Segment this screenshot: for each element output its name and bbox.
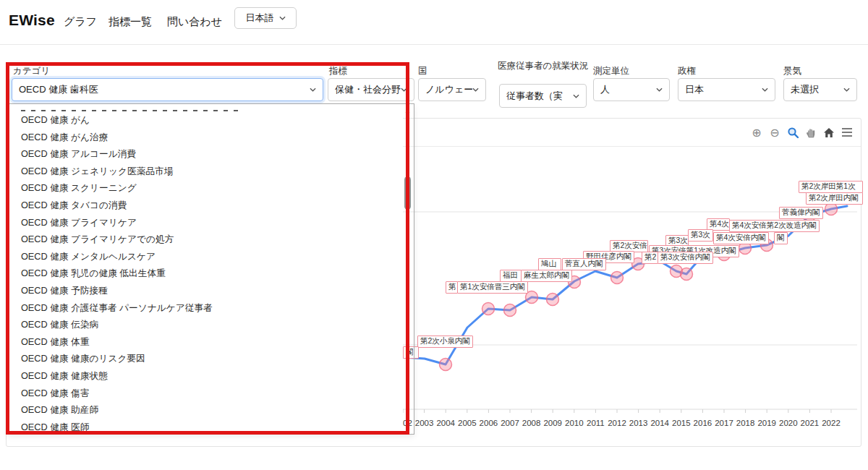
- dropdown-option[interactable]: OECD 健康 助産師: [8, 402, 403, 419]
- cabinet-annotation: 第4次安倍内閣: [713, 232, 769, 244]
- government-select[interactable]: 日本: [678, 78, 775, 101]
- filter-label-employment: 医療従事者の就業状況: [498, 61, 592, 72]
- cabinet-annotation: 鳩山: [538, 258, 561, 270]
- employment-value: 従事者数（実: [506, 90, 573, 103]
- dropdown-option[interactable]: OECD 健康 スクリーニング: [8, 180, 403, 197]
- language-select[interactable]: 日本語: [234, 7, 297, 29]
- dropdown-option[interactable]: OECD 健康 傷害: [8, 385, 403, 403]
- cabinet-annotation: 第1次安倍晋三内閣: [457, 281, 528, 294]
- economy-value: 未選択: [791, 83, 843, 96]
- scroll-down-icon[interactable]: ▼: [401, 422, 414, 433]
- x-axis-tick-label: 2011: [587, 419, 605, 427]
- dropdown-option[interactable]: OECD 健康 ジェネリック医薬品市場: [8, 163, 403, 181]
- nav-item-contact[interactable]: 問い合わせ: [167, 15, 222, 29]
- dropdown-option[interactable]: OECD 健康 健康状態: [8, 368, 403, 385]
- x-axis-tick-label: 2019: [757, 419, 776, 427]
- x-axis-tick-label: 2010: [565, 419, 584, 427]
- cabinet-annotation: 第2次岸田内閣: [806, 192, 863, 205]
- chevron-down-icon: [656, 87, 663, 92]
- dropdown-option[interactable]: OECD 健康 健康のリスク要因: [8, 351, 403, 368]
- dropdown-option[interactable]: OECD 健康 医師: [8, 419, 403, 434]
- cabinet-annotation: 第: [446, 281, 458, 294]
- x-axis-tick-label: 2018: [736, 419, 755, 427]
- x-axis-tick-label: 2008: [522, 419, 541, 427]
- indicator-value: 保健・社会分野: [335, 83, 401, 96]
- filter-label-category: カテゴリ: [13, 65, 50, 77]
- x-axis-tick-label: 2017: [715, 419, 733, 427]
- dropdown-option[interactable]: OECD 健康 伝染病: [8, 317, 403, 334]
- government-value: 日本: [685, 83, 762, 96]
- dropdown-option[interactable]: OECD 健康 がん: [8, 112, 403, 129]
- nav-item-graph[interactable]: グラフ: [64, 15, 97, 29]
- filter-label-country: 国: [418, 65, 427, 77]
- dropdown-option[interactable]: OECD 健康 体重: [8, 334, 403, 351]
- pan-hand-icon[interactable]: [804, 126, 817, 139]
- header: EWise グラフ 指標一覧 問い合わせ 日本語: [0, 0, 868, 45]
- menu-icon[interactable]: [841, 126, 854, 139]
- unit-select[interactable]: 人: [593, 78, 670, 101]
- cabinet-annotation: 第2次岸田第1次: [799, 181, 863, 193]
- cabinet-annotation: 菅義偉内閣: [779, 207, 823, 219]
- scrollbar-thumb[interactable]: [404, 176, 411, 210]
- x-axis-tick-label: 2014: [650, 419, 669, 427]
- x-axis-tick-label: 2007: [501, 419, 519, 427]
- dropdown-option[interactable]: OECD 健康 乳児の健康 低出生体重: [8, 265, 403, 283]
- x-axis-tick-label: 2009: [543, 419, 562, 427]
- zoom-in-icon[interactable]: ⊕: [750, 126, 763, 139]
- zoom-select-icon[interactable]: [786, 126, 799, 139]
- chevron-down-icon: [472, 87, 479, 92]
- chevron-down-icon: [279, 16, 286, 20]
- country-select[interactable]: ノルウェー: [418, 78, 486, 101]
- filter-label-unit: 測定単位: [593, 65, 629, 77]
- dropdown-option[interactable]: OECD 健康 プライマリケア: [8, 215, 403, 232]
- scroll-up-icon[interactable]: ▲: [401, 105, 414, 116]
- cabinet-annotation: 第3次安倍内閣: [658, 252, 713, 264]
- filter-label-government: 政権: [678, 65, 696, 77]
- dropdown-option[interactable]: OECD 健康 予防接種: [8, 283, 403, 300]
- employment-select[interactable]: 従事者数（実: [499, 84, 587, 108]
- zoom-out-icon[interactable]: ⊖: [768, 126, 781, 139]
- cabinet-annotation: 第2: [642, 252, 658, 264]
- cabinet-annotation: 第2次小泉内閣: [417, 336, 473, 348]
- x-axis-tick-label: 2015: [672, 419, 691, 427]
- cabinet-annotation: 第4次安倍第2次改造内閣: [729, 220, 820, 232]
- chevron-down-icon: [401, 87, 407, 92]
- cabinet-annotation: 福田: [500, 270, 522, 282]
- category-dropdown-list: OECD 健康 がんOECD 健康 がん治療OECD 健康 アルコール消費OEC…: [8, 104, 403, 434]
- x-axis-tick-label: 2004: [436, 419, 455, 427]
- dropdown-scrollbar[interactable]: ▲ ▼: [401, 104, 414, 434]
- category-select[interactable]: OECD 健康 歯科医: [12, 78, 323, 101]
- economy-select[interactable]: 未選択: [783, 78, 857, 101]
- dropdown-option[interactable]: OECD 健康 がん治療: [8, 129, 403, 147]
- x-axis-tick-label: 2003: [415, 419, 434, 427]
- indicator-select[interactable]: 保健・社会分野: [328, 78, 414, 101]
- home-icon[interactable]: [822, 126, 835, 139]
- dropdown-option[interactable]: OECD 健康 介護従事者 パーソナルケア従事者: [8, 300, 403, 317]
- cabinet-annotation: 菅直人内閣: [562, 258, 606, 270]
- dropdown-option[interactable]: OECD 健康 メンタルヘルスケア: [8, 249, 403, 266]
- unit-value: 人: [600, 83, 656, 96]
- language-value: 日本語: [246, 12, 274, 25]
- category-dropdown: OECD 健康 がんOECD 健康 がん治療OECD 健康 アルコール消費OEC…: [7, 103, 414, 435]
- filter-label-indicator: 指標: [329, 65, 347, 77]
- filter-label-economy: 景気: [783, 65, 801, 77]
- chevron-down-icon: [843, 87, 850, 92]
- cabinet-annotation: 第3次: [688, 229, 713, 242]
- x-axis-tick-label: 2013: [629, 419, 648, 427]
- x-axis-tick-label: 2012: [608, 419, 626, 427]
- dropdown-option[interactable]: OECD 健康 アルコール消費: [8, 146, 403, 163]
- dropdown-option[interactable]: OECD 健康 タバコの消費: [8, 197, 403, 215]
- x-axis-tick-label: 2021: [801, 419, 820, 427]
- cabinet-annotation: 閣: [774, 232, 788, 244]
- chevron-down-icon: [573, 94, 579, 98]
- country-value: ノルウェー: [425, 83, 472, 96]
- dropdown-option[interactable]: OECD 健康 プライマリケアでの処方: [8, 231, 403, 249]
- cabinet-annotation: 麻生太郎内閣: [521, 270, 572, 282]
- category-value: OECD 健康 歯科医: [19, 83, 310, 96]
- x-axis-tick-label: 2020: [779, 419, 798, 427]
- app-logo[interactable]: EWise: [9, 12, 55, 29]
- x-axis-tick-label: 2016: [694, 419, 712, 427]
- x-axis-tick-label: 2006: [480, 419, 498, 427]
- nav-item-indicators[interactable]: 指標一覧: [109, 15, 152, 29]
- dropdown-option-clipped[interactable]: [8, 104, 403, 112]
